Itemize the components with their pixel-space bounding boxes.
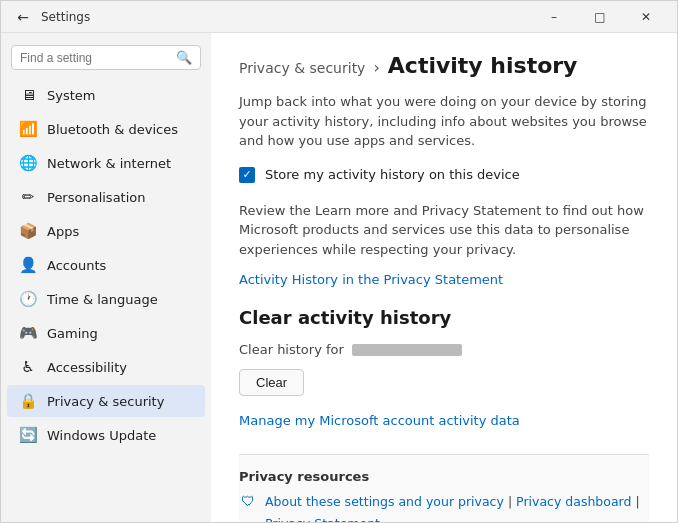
sidebar-item-network[interactable]: 🌐 Network & internet xyxy=(7,147,205,179)
sidebar-item-gaming[interactable]: 🎮 Gaming xyxy=(7,317,205,349)
breadcrumb-parent: Privacy & security xyxy=(239,60,365,76)
titlebar: ← Settings – □ ✕ xyxy=(1,1,677,33)
search-box[interactable]: 🔍 xyxy=(11,45,201,70)
apps-icon: 📦 xyxy=(19,222,37,240)
network-icon: 🌐 xyxy=(19,154,37,172)
sidebar-item-label: Accounts xyxy=(47,258,106,273)
accounts-icon: 👤 xyxy=(19,256,37,274)
sidebar-item-label: Personalisation xyxy=(47,190,146,205)
clear-history-row: Clear history for xyxy=(239,342,649,357)
store-history-checkbox[interactable] xyxy=(239,167,255,183)
breadcrumb-separator: › xyxy=(373,58,379,77)
search-icon: 🔍 xyxy=(176,50,192,65)
activity-history-link[interactable]: Activity History in the Privacy Statemen… xyxy=(239,272,503,287)
privacy-dashboard-link[interactable]: Privacy dashboard xyxy=(516,494,631,509)
sidebar-item-label: Network & internet xyxy=(47,156,171,171)
sidebar: 🔍 🖥 System 📶 Bluetooth & devices 🌐 Netwo… xyxy=(1,33,211,522)
content-area: 🔍 🖥 System 📶 Bluetooth & devices 🌐 Netwo… xyxy=(1,33,677,522)
accessibility-icon: ♿ xyxy=(19,358,37,376)
close-button[interactable]: ✕ xyxy=(623,1,669,33)
sidebar-item-label: Privacy & security xyxy=(47,394,164,409)
about-settings-link[interactable]: About these settings and your privacy xyxy=(265,494,504,509)
minimize-button[interactable]: – xyxy=(531,1,577,33)
privacy-links: About these settings and your privacy | … xyxy=(265,494,640,509)
privacy-statement-link[interactable]: Privacy Statement xyxy=(265,516,649,522)
sidebar-item-label: Windows Update xyxy=(47,428,156,443)
sidebar-item-time[interactable]: 🕐 Time & language xyxy=(7,283,205,315)
clear-label: Clear history for xyxy=(239,342,344,357)
page-description: Jump back into what you were doing on yo… xyxy=(239,92,649,151)
sidebar-item-apps[interactable]: 📦 Apps xyxy=(7,215,205,247)
bluetooth-icon: 📶 xyxy=(19,120,37,138)
sidebar-item-label: Gaming xyxy=(47,326,98,341)
window-controls: – □ ✕ xyxy=(531,1,669,33)
search-input[interactable] xyxy=(20,51,170,65)
privacy-resource-row: 🛡 About these settings and your privacy … xyxy=(239,492,649,510)
sidebar-item-accounts[interactable]: 👤 Accounts xyxy=(7,249,205,281)
sidebar-item-system[interactable]: 🖥 System xyxy=(7,79,205,111)
sidebar-item-label: System xyxy=(47,88,95,103)
review-text: Review the Learn more and Privacy Statem… xyxy=(239,201,649,260)
sidebar-item-privacy[interactable]: 🔒 Privacy & security xyxy=(7,385,205,417)
privacy-icon: 🔒 xyxy=(19,392,37,410)
clear-button[interactable]: Clear xyxy=(239,369,304,396)
sidebar-item-windows-update[interactable]: 🔄 Windows Update xyxy=(7,419,205,451)
redacted-username xyxy=(352,344,462,356)
sidebar-item-label: Accessibility xyxy=(47,360,127,375)
windows-update-icon: 🔄 xyxy=(19,426,37,444)
page-title: Activity history xyxy=(388,53,578,78)
maximize-button[interactable]: □ xyxy=(577,1,623,33)
shield-icon: 🛡 xyxy=(239,492,257,510)
sidebar-item-label: Time & language xyxy=(47,292,158,307)
gaming-icon: 🎮 xyxy=(19,324,37,342)
store-history-checkbox-row: Store my activity history on this device xyxy=(239,167,649,183)
main-content: Privacy & security › Activity history Ju… xyxy=(211,33,677,522)
manage-account-link[interactable]: Manage my Microsoft account activity dat… xyxy=(239,413,520,428)
personalisation-icon: ✏️ xyxy=(19,188,37,206)
sidebar-item-personalisation[interactable]: ✏️ Personalisation xyxy=(7,181,205,213)
sidebar-item-label: Bluetooth & devices xyxy=(47,122,178,137)
titlebar-title: Settings xyxy=(41,10,531,24)
privacy-resources-title: Privacy resources xyxy=(239,469,649,484)
settings-window: ← Settings – □ ✕ 🔍 🖥 System 📶 Bluetooth … xyxy=(0,0,678,523)
privacy-resources-box: Privacy resources 🛡 About these settings… xyxy=(239,454,649,522)
time-icon: 🕐 xyxy=(19,290,37,308)
sidebar-item-accessibility[interactable]: ♿ Accessibility xyxy=(7,351,205,383)
store-history-label: Store my activity history on this device xyxy=(265,167,520,182)
page-header: Privacy & security › Activity history xyxy=(239,53,649,78)
back-button[interactable]: ← xyxy=(9,3,37,31)
clear-section-title: Clear activity history xyxy=(239,307,649,328)
system-icon: 🖥 xyxy=(19,86,37,104)
sidebar-item-label: Apps xyxy=(47,224,79,239)
sidebar-item-bluetooth[interactable]: 📶 Bluetooth & devices xyxy=(7,113,205,145)
